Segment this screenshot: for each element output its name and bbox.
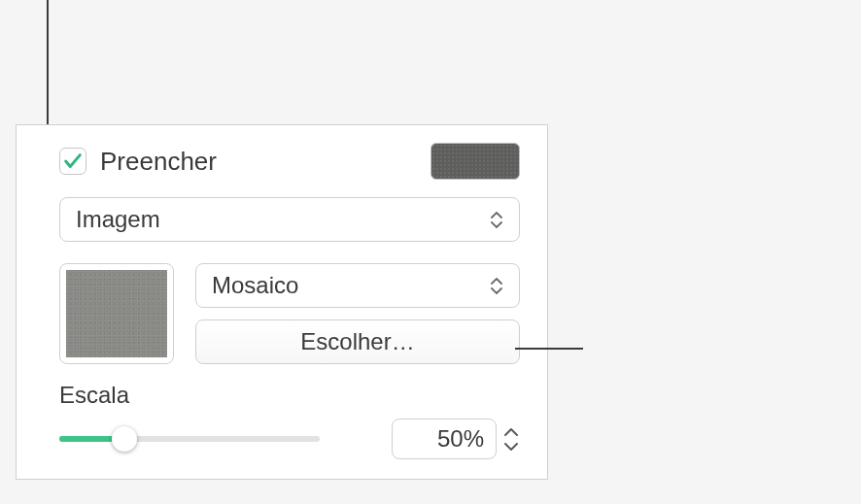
fill-checkbox[interactable] [59,148,86,175]
image-thumbnail [66,270,167,357]
stepper-up-icon[interactable] [502,426,520,438]
image-options-column: Mosaico Escolher… [195,263,520,364]
fill-checkbox-group: Preencher [59,147,217,177]
scale-label: Escala [59,382,520,409]
image-mode-value: Mosaico [212,272,298,299]
fill-header-row: Preencher [59,143,520,180]
scale-value-field[interactable]: 50% [392,419,497,459]
image-mode-dropdown[interactable]: Mosaico [195,263,520,308]
checkmark-icon [62,151,84,172]
choose-button-label: Escolher… [300,328,414,355]
scale-row: 50% [59,419,520,459]
choose-image-button[interactable]: Escolher… [195,319,520,364]
chevron-updown-icon [490,278,503,294]
fill-type-value: Imagem [76,206,160,233]
slider-thumb[interactable] [112,426,137,452]
stepper-down-icon[interactable] [502,441,520,453]
fill-type-dropdown[interactable]: Imagem [59,197,520,242]
scale-value-group: 50% [392,419,520,459]
callout-line [515,348,583,350]
image-fill-row: Mosaico Escolher… [59,263,520,364]
scale-stepper [502,426,520,453]
image-well[interactable] [59,263,174,364]
scale-value-text: 50% [437,425,484,453]
fill-color-swatch[interactable] [430,143,520,180]
fill-inspector-panel: Preencher Imagem Mosaico Escolher… [16,124,548,480]
scale-slider[interactable] [59,425,320,453]
chevron-updown-icon [490,212,503,228]
fill-label: Preencher [100,147,217,177]
